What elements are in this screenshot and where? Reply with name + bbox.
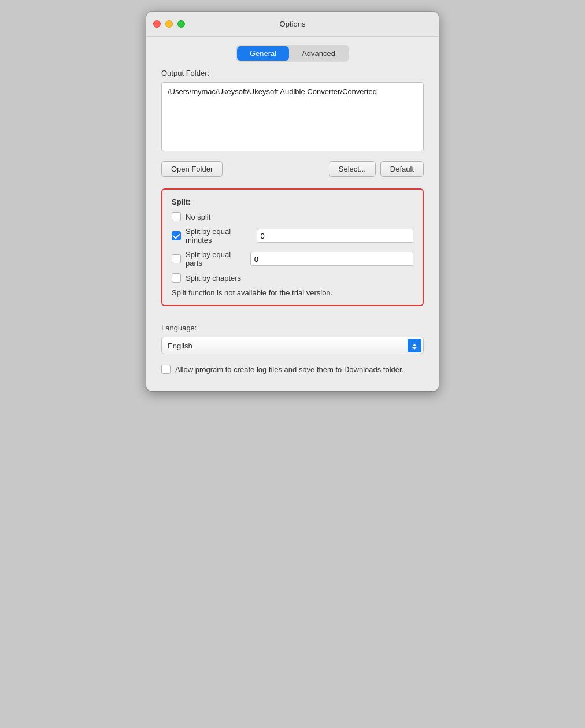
split-box: Split: No split Split by equal minutes S… (161, 188, 424, 306)
split-option-parts: Split by equal parts (172, 250, 413, 268)
split-note: Split function is not available for the … (172, 288, 413, 297)
log-option: Allow program to create log files and sa… (161, 365, 424, 374)
btn-right-group: Select... Default (329, 161, 424, 177)
main-content: Output Folder: /Users/mymac/Ukeysoft/Uke… (146, 69, 439, 374)
log-label: Allow program to create log files and sa… (175, 365, 403, 374)
output-folder-label: Output Folder: (161, 69, 424, 77)
output-path-field[interactable]: /Users/mymac/Ukeysoft/Ukeysoft Audible C… (161, 82, 424, 151)
window-title: Options (280, 20, 306, 28)
log-checkbox[interactable] (161, 365, 171, 374)
language-label: Language: (161, 324, 424, 332)
tab-group: General Advanced (236, 45, 349, 62)
btn-left-group: Open Folder (161, 161, 223, 177)
split-minutes-input[interactable] (257, 229, 413, 243)
close-button[interactable] (153, 20, 161, 28)
select-button[interactable]: Select... (329, 161, 376, 177)
split-minutes-checkbox[interactable] (172, 231, 181, 240)
split-parts-checkbox[interactable] (172, 254, 181, 263)
no-split-label: No split (186, 213, 210, 221)
split-parts-input[interactable] (250, 252, 413, 266)
folder-buttons: Open Folder Select... Default (161, 161, 424, 177)
minimize-button[interactable] (165, 20, 173, 28)
split-minutes-label: Split by equal minutes (186, 227, 252, 244)
traffic-lights (153, 20, 185, 28)
language-section: Language: English French German Spanish … (161, 324, 424, 354)
split-chapters-label: Split by chapters (186, 274, 241, 283)
tab-bar: General Advanced (146, 37, 439, 69)
split-title: Split: (172, 198, 413, 206)
split-option-minutes: Split by equal minutes (172, 227, 413, 244)
language-select-wrapper: English French German Spanish Chinese Ja… (161, 337, 424, 354)
no-split-checkbox[interactable] (172, 212, 181, 221)
split-option-chapters: Split by chapters (172, 273, 413, 283)
options-window: Options General Advanced Output Folder: … (146, 12, 439, 391)
language-select[interactable]: English French German Spanish Chinese Ja… (161, 337, 424, 354)
open-folder-button[interactable]: Open Folder (161, 161, 223, 177)
split-chapters-checkbox[interactable] (172, 273, 181, 283)
tab-general[interactable]: General (237, 46, 289, 61)
tab-advanced[interactable]: Advanced (289, 46, 348, 61)
split-parts-label: Split by equal parts (186, 250, 246, 268)
split-option-no-split: No split (172, 212, 413, 221)
maximize-button[interactable] (177, 20, 185, 28)
default-button[interactable]: Default (380, 161, 424, 177)
titlebar: Options (146, 12, 439, 37)
